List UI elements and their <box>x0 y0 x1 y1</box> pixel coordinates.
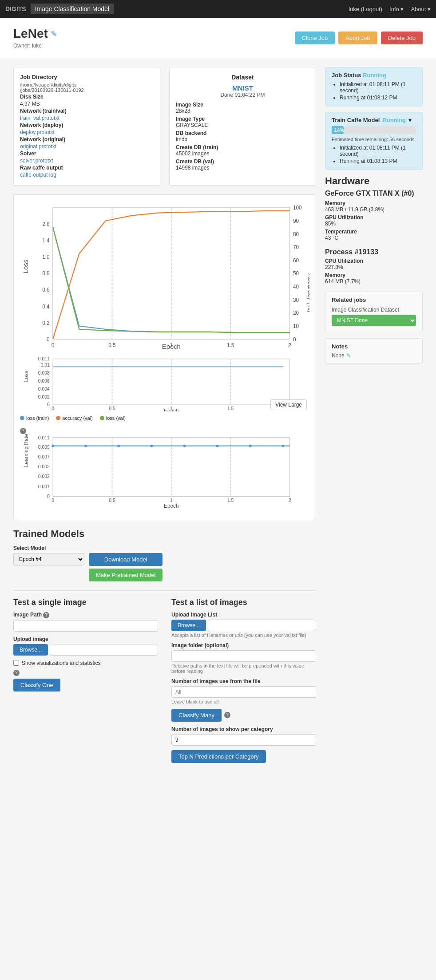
notes-title: Notes <box>332 343 416 350</box>
view-large-button[interactable]: View Large <box>270 399 307 410</box>
classify-one-button[interactable]: Classify One <box>13 679 60 692</box>
user-logout[interactable]: luke (Logout) <box>349 6 382 12</box>
svg-text:1.5: 1.5 <box>227 406 234 411</box>
process-section: Process #19133 CPU Utilization 227.8% Me… <box>325 248 423 285</box>
memory-value: 463 MB / 11.9 GB (3.8%) <box>325 206 423 213</box>
svg-text:0: 0 <box>47 402 50 407</box>
legend-dot-loss-train <box>20 416 24 420</box>
brand-app: Image Classification Model <box>31 4 114 14</box>
svg-text:0.5: 0.5 <box>109 406 115 411</box>
solver-link[interactable]: solver.prototxt <box>20 158 53 164</box>
image-size: 28x28 <box>176 108 309 114</box>
temp-value: 43 °C <box>325 235 423 241</box>
svg-text:10: 10 <box>293 323 299 329</box>
notes-edit-icon[interactable]: ✎ <box>346 352 351 359</box>
related-jobs-select[interactable]: MNIST Done <box>332 315 416 326</box>
svg-text:50: 50 <box>293 270 299 277</box>
test-single-title: Test a single image <box>13 598 158 607</box>
train-caffe-status: Running <box>382 117 406 123</box>
status-event-1: Running at 01:08:12 PM <box>340 95 416 101</box>
svg-point-78 <box>249 445 252 447</box>
model-select[interactable]: Epoch #4 <box>13 553 84 565</box>
top-n-predictions-button[interactable]: Top N Predictions per Category <box>171 750 266 763</box>
upload-list-help: Accepts a list of filenames or urls (you… <box>171 632 316 638</box>
network-train-link[interactable]: train_val.prototxt <box>20 115 59 121</box>
upload-image-list-group: Upload Image List Browse... Accepts a li… <box>171 612 316 638</box>
num-images-input[interactable] <box>171 686 316 698</box>
network-deploy-link[interactable]: deploy.prototxt <box>20 129 55 135</box>
section-divider <box>13 590 316 591</box>
image-folder-input[interactable] <box>171 650 316 662</box>
svg-text:0.004: 0.004 <box>38 387 50 391</box>
svg-point-74 <box>117 445 120 447</box>
train-progress-bar-inner: 14% <box>332 126 344 134</box>
chart-legend: loss (train) accuracy (val) loss (val) <box>20 415 309 421</box>
classify-many-button[interactable]: Classify Many <box>171 709 222 722</box>
network-original-link[interactable]: original.prototxt <box>20 143 56 150</box>
show-viz-checkbox[interactable] <box>13 660 19 666</box>
svg-text:0.002: 0.002 <box>38 395 50 399</box>
download-model-button[interactable]: Download Model <box>89 553 163 566</box>
show-viz-row: Show visualizations and statistics <box>13 660 158 666</box>
lr-chart-container: ? Learning Rate Epoch 0 0.001 0.002 0.00… <box>20 427 309 514</box>
upload-list-filename-display <box>208 620 316 631</box>
svg-point-77 <box>216 445 219 447</box>
clone-job-button[interactable]: Clone Job <box>295 32 335 44</box>
info-dropdown[interactable]: Info ▾ <box>389 6 404 12</box>
svg-text:60: 60 <box>293 257 299 264</box>
image-path-label: Image Path ? <box>13 612 158 618</box>
raw-caffe-link[interactable]: caffe output log <box>20 172 56 178</box>
create-db-train: 45002 images <box>176 150 309 157</box>
upload-image-group: Upload image Browse... <box>13 636 158 656</box>
right-col: Job Status Running Initialized at 01:08:… <box>325 67 423 772</box>
temp-label: Temperature <box>325 229 423 235</box>
train-caffe-dropdown-icon[interactable]: ▾ <box>408 117 412 123</box>
train-progress-bar-outer: 14% <box>332 126 416 134</box>
svg-text:0.2: 0.2 <box>42 320 49 326</box>
svg-text:0.002: 0.002 <box>38 474 50 479</box>
related-jobs-title: Related jobs <box>332 296 416 303</box>
svg-text:0: 0 <box>52 342 55 348</box>
info-row: Job Directory /home/lyeager/digits/digit… <box>13 67 316 186</box>
upload-browse-button[interactable]: Browse... <box>13 644 48 656</box>
select-model-label: Select Model <box>13 545 316 551</box>
job-directory-title: Job Directory <box>20 74 154 80</box>
classify-many-help-icon[interactable]: ? <box>224 712 230 718</box>
train-event-1: Running at 01:08:13 PM <box>340 158 416 164</box>
lr-help-icon[interactable]: ? <box>20 428 26 434</box>
main-chart-card: Loss Accuracy (%) Epoch <box>13 194 316 521</box>
svg-text:2.8: 2.8 <box>42 221 50 227</box>
svg-text:0.4: 0.4 <box>42 304 50 310</box>
svg-text:80: 80 <box>293 231 299 237</box>
svg-text:0.5: 0.5 <box>108 342 116 348</box>
create-db-val: 14998 images <box>176 165 309 171</box>
image-path-help-icon[interactable]: ? <box>43 612 49 618</box>
svg-text:1: 1 <box>170 498 173 503</box>
solver-label: Solver <box>20 150 36 157</box>
gpu-util-label: GPU Utilization <box>325 214 423 221</box>
about-dropdown[interactable]: About ▾ <box>411 6 431 12</box>
edit-model-name-icon[interactable]: ✎ <box>51 29 57 39</box>
dataset-name[interactable]: MNIST <box>232 84 253 92</box>
make-pretrained-button[interactable]: Make Pretrained Model <box>89 569 163 581</box>
svg-point-72 <box>52 445 54 447</box>
upload-list-browse-button[interactable]: Browse... <box>171 620 206 631</box>
brand-digits: DIGITS <box>5 5 26 12</box>
abort-job-button[interactable]: Abort Job <box>338 32 377 44</box>
viz-help-icon[interactable]: ? <box>13 670 20 676</box>
model-info: LeNet ✎ Owner: luke <box>13 27 57 49</box>
svg-text:Epoch: Epoch <box>164 503 179 509</box>
image-folder-label: Image folder (optional) <box>171 642 316 648</box>
raw-caffe-label: Raw caffe output <box>20 165 63 171</box>
image-path-input[interactable] <box>13 620 158 632</box>
per-category-input[interactable] <box>171 734 316 746</box>
svg-text:2: 2 <box>289 498 291 503</box>
svg-text:0.011: 0.011 <box>38 435 50 440</box>
svg-text:0.01: 0.01 <box>41 363 50 368</box>
header-buttons: Clone Job Abort Job Delete Job <box>295 32 423 44</box>
svg-text:0.011: 0.011 <box>38 356 50 361</box>
select-model-row: Epoch #4 Download Model Make Pretrained … <box>13 553 316 581</box>
process-mem-label: Memory <box>325 272 423 278</box>
delete-job-button[interactable]: Delete Job <box>381 32 423 44</box>
cpu-util-label: CPU Utilization <box>325 258 423 264</box>
